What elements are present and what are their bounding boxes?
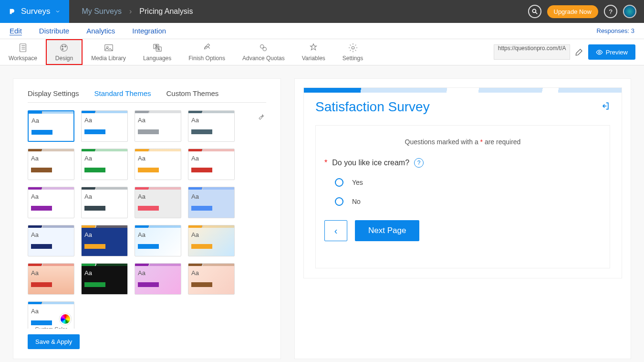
theme-swatch[interactable]: Aa — [81, 263, 128, 295]
breadcrumb-root[interactable]: My Surveys — [82, 7, 122, 16]
help-icon[interactable]: ? — [604, 5, 617, 18]
theme-swatch[interactable]: Aa — [135, 187, 181, 218]
answer-option[interactable]: Yes — [335, 178, 601, 187]
tool-advance-quotas[interactable]: Advance Quotas — [234, 39, 293, 65]
tool-settings[interactable]: Settings — [334, 39, 372, 65]
tab-custom-themes[interactable]: Custom Themes — [166, 89, 219, 97]
theme-swatch[interactable]: Aa — [28, 110, 74, 142]
survey-canvas: Satisfaction Survey Questions marked wit… — [303, 87, 622, 278]
theme-swatch[interactable]: Aa — [135, 149, 181, 180]
svg-point-8 — [65, 46, 66, 47]
breadcrumb: My Surveys › Pricing Analysis — [82, 7, 193, 16]
tab-display-settings[interactable]: Display Settings — [28, 89, 79, 97]
edit-url-icon[interactable] — [575, 48, 583, 56]
eye-icon — [596, 49, 603, 56]
theme-swatch[interactable]: Aa — [135, 110, 181, 142]
svg-point-6 — [61, 44, 68, 52]
subnav-analytics[interactable]: Analytics — [86, 27, 115, 35]
tab-standard-themes[interactable]: Standard Themes — [94, 89, 151, 97]
upgrade-button[interactable]: Upgrade Now — [547, 5, 599, 18]
answer-options: Yes No — [335, 178, 601, 206]
svg-point-20 — [598, 51, 600, 53]
svg-point-7 — [62, 46, 63, 47]
breadcrumb-current: Pricing Analysis — [139, 7, 193, 16]
theme-custom-color[interactable]: AaCustom Color — [28, 301, 74, 329]
theme-swatch[interactable]: Aa — [81, 187, 128, 218]
content: Display Settings Standard Themes Custom … — [0, 65, 644, 362]
svg-point-0 — [532, 9, 536, 12]
theme-swatch[interactable]: Aa — [81, 149, 128, 180]
theme-panel: Display Settings Standard Themes Custom … — [13, 79, 280, 359]
tool-media-library[interactable]: Media Library — [83, 39, 135, 65]
theme-swatch[interactable]: Aa — [188, 149, 235, 180]
theme-swatch[interactable]: Aa — [28, 263, 74, 295]
theme-swatch[interactable]: Aa — [28, 225, 74, 256]
question-text: Do you like ice cream? — [332, 159, 409, 167]
survey-header-stripe — [304, 88, 622, 93]
svg-point-19 — [352, 46, 354, 49]
svg-line-1 — [535, 12, 537, 14]
theme-swatch[interactable]: Aa — [188, 263, 235, 295]
svg-text:A: A — [157, 48, 159, 51]
question-help-icon[interactable]: ? — [414, 158, 424, 168]
radio-icon — [335, 197, 343, 206]
survey-card: Questions marked with a * are required *… — [315, 125, 610, 268]
logo-icon — [9, 8, 16, 15]
prev-page-button[interactable]: ‹ — [324, 220, 347, 241]
brand-label: Surveys — [21, 7, 50, 16]
top-header: Surveys My Surveys › Pricing Analysis Up… — [0, 0, 644, 23]
user-avatar[interactable] — [623, 5, 636, 18]
editor-toolbar: Workspace Design Media Library 文ALanguag… — [0, 39, 644, 65]
subnav-integration[interactable]: Integration — [132, 27, 166, 35]
responses-count[interactable]: Responses: 3 — [597, 27, 635, 34]
theme-swatch[interactable]: Aa — [135, 225, 181, 256]
tool-workspace[interactable]: Workspace — [0, 39, 46, 65]
subnav-edit[interactable]: Edit — [10, 27, 22, 35]
svg-point-11 — [106, 46, 108, 48]
required-asterisk: * — [324, 159, 327, 167]
chevron-down-icon — [55, 9, 61, 14]
svg-rect-2 — [20, 44, 26, 52]
header-actions: Upgrade Now ? — [528, 5, 644, 18]
color-wheel-icon — [60, 313, 71, 325]
app-brand[interactable]: Surveys — [0, 0, 69, 23]
search-icon[interactable] — [528, 5, 541, 18]
survey-url-display[interactable]: https://questionpro.com/t/A — [494, 44, 570, 60]
wrench-icon[interactable] — [258, 112, 266, 121]
theme-swatch[interactable]: Aa — [81, 110, 128, 142]
exit-survey-icon[interactable] — [601, 101, 610, 113]
question-row: * Do you like ice cream? ? — [324, 158, 601, 168]
theme-swatch[interactable]: Aa — [28, 149, 74, 180]
theme-swatch[interactable]: Aa — [135, 263, 181, 295]
preview-panel: Satisfaction Survey Questions marked wit… — [295, 79, 631, 359]
theme-swatch[interactable]: Aa — [81, 225, 128, 256]
subnav-distribute[interactable]: Distribute — [39, 27, 69, 35]
theme-swatch[interactable]: Aa — [28, 187, 74, 218]
radio-icon — [335, 178, 343, 187]
theme-tabs: Display Settings Standard Themes Custom … — [28, 85, 266, 103]
tool-variables[interactable]: Variables — [293, 39, 334, 65]
svg-point-9 — [62, 48, 63, 50]
theme-swatch[interactable]: Aa — [188, 187, 235, 218]
save-apply-button[interactable]: Save & Apply — [28, 334, 80, 349]
theme-swatch[interactable]: Aa — [188, 225, 235, 256]
chevron-right-icon: › — [129, 7, 132, 16]
required-note: Questions marked with a * are required — [324, 138, 601, 146]
answer-option[interactable]: No — [335, 197, 601, 206]
theme-grid: AaAaAaAaAaAaAaAaAaAaAaAaAaAaAaAaAaAaAaAa… — [28, 110, 266, 329]
svg-text:文: 文 — [155, 44, 157, 48]
tool-design[interactable]: Design — [46, 39, 83, 65]
survey-title: Satisfaction Survey — [315, 99, 430, 115]
preview-button[interactable]: Preview — [588, 44, 635, 60]
tool-languages[interactable]: 文ALanguages — [135, 39, 180, 65]
next-page-button[interactable]: Next Page — [355, 220, 419, 241]
tool-finish-options[interactable]: Finish Options — [180, 39, 234, 65]
primary-subnav: Edit Distribute Analytics Integration Re… — [0, 23, 644, 39]
theme-swatch[interactable]: Aa — [188, 110, 235, 142]
